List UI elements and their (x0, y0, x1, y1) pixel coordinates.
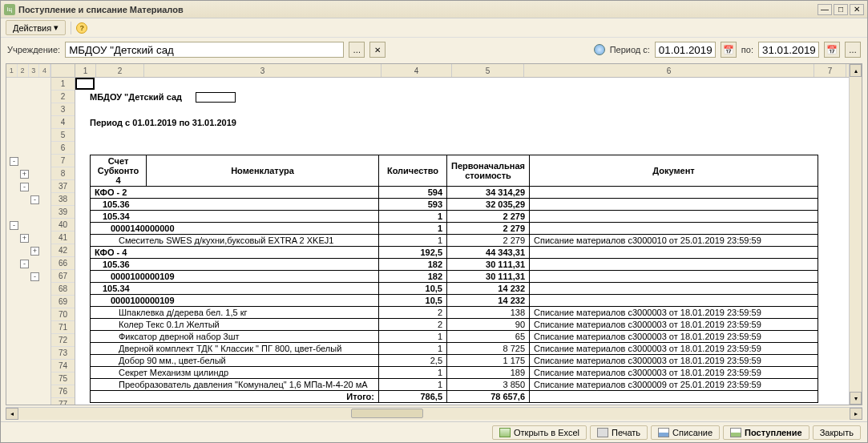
column-header[interactable]: 1 (75, 64, 96, 77)
calendar-from-button[interactable]: 📅 (721, 42, 737, 58)
column-header[interactable]: 5 (452, 64, 524, 77)
hscroll-track[interactable] (18, 408, 850, 420)
row-header[interactable]: 1 (51, 78, 75, 91)
row-header[interactable]: 4 (51, 116, 75, 129)
help-icon[interactable]: ? (76, 22, 87, 34)
table-row[interactable]: Фиксатор дверной набор 3шт165Списание ма… (91, 331, 818, 343)
collapse-icon[interactable]: - (30, 195, 39, 204)
quantity-cell: 594 (379, 187, 447, 199)
expand-icon[interactable]: + (20, 170, 29, 179)
table-row[interactable]: 105.3410,514 232 (91, 283, 818, 295)
table-row[interactable]: 000010000010918230 111,31 (91, 271, 818, 283)
row-header[interactable]: 42 (51, 244, 75, 257)
row-header[interactable]: 76 (51, 385, 75, 398)
scroll-right-button[interactable]: ▸ (850, 408, 862, 420)
collapse-icon[interactable]: - (10, 221, 18, 230)
table-row[interactable]: КФО - 4192,544 343,31 (91, 247, 818, 259)
row-header[interactable]: 69 (51, 296, 75, 308)
outline-node: + (6, 167, 51, 180)
expand-icon[interactable]: + (30, 247, 39, 256)
document-cell: Списание материалов с3000003 от 18.01.20… (530, 367, 818, 379)
row-header[interactable]: 5 (51, 129, 75, 142)
column-header[interactable]: 6 (524, 64, 814, 77)
column-header[interactable]: 4 (382, 64, 452, 77)
row-header[interactable]: 37 (51, 180, 75, 193)
row-header[interactable]: 67 (51, 270, 75, 283)
scroll-track[interactable] (850, 77, 862, 392)
outline-level-1[interactable]: 1 (6, 64, 18, 77)
row-header[interactable]: 39 (51, 206, 75, 219)
org-select-button[interactable]: … (349, 42, 365, 58)
calendar-to-button[interactable]: 📅 (824, 42, 840, 58)
actions-menu[interactable]: Действия ▾ (6, 20, 66, 35)
collapse-icon[interactable]: - (20, 183, 29, 191)
period-from-input[interactable] (655, 42, 716, 58)
row-header[interactable]: 8 (51, 167, 75, 180)
table-row[interactable]: Преобразователь давления "Комуналец" 1,6… (91, 379, 818, 391)
table-row[interactable]: 105.3659332 035,29 (91, 199, 818, 211)
row-header[interactable]: 70 (51, 308, 75, 321)
row-header[interactable]: 2 (51, 91, 75, 103)
row-header[interactable]: 3 (51, 103, 75, 116)
open-excel-button[interactable]: Открыть в Excel (492, 425, 587, 440)
outline-level-2[interactable]: 2 (18, 64, 29, 77)
table-row[interactable]: Секрет Механизм цилиндр1189Списание мате… (91, 367, 818, 379)
row-header[interactable]: 41 (51, 232, 75, 244)
row-header[interactable]: 71 (51, 321, 75, 334)
row-header[interactable]: 6 (51, 142, 75, 155)
table-row[interactable]: Шпаклевка д/дерева бел. 1,5 кг2138Списан… (91, 307, 818, 319)
active-cell-cursor[interactable] (75, 78, 95, 90)
row-header[interactable]: 75 (51, 373, 75, 385)
document-icon (658, 428, 669, 437)
table-row[interactable]: 000010000010910,514 232 (91, 295, 818, 307)
row-header[interactable]: 40 (51, 219, 75, 232)
quantity-cell: 10,5 (379, 295, 447, 307)
receipt-button[interactable]: Поступление (723, 425, 809, 440)
table-row[interactable]: Добор 90 мм., цвет-белый2,51 175Списание… (91, 355, 818, 367)
write-off-button[interactable]: Списание (651, 425, 720, 440)
org-input[interactable] (65, 42, 344, 58)
minimize-button[interactable]: — (818, 4, 832, 15)
row-header[interactable]: 38 (51, 193, 75, 206)
horizontal-scrollbar[interactable]: ◂ ▸ (6, 407, 862, 420)
outline-level-3[interactable]: 3 (29, 64, 40, 77)
period-picker-button[interactable]: … (845, 42, 861, 58)
outline-level-4[interactable]: 4 (39, 64, 50, 77)
scroll-down-button[interactable]: ▾ (850, 392, 862, 405)
collapse-icon[interactable]: - (10, 157, 18, 166)
column-header[interactable]: 2 (96, 64, 144, 77)
app-window: iц Поступление и списание Материалов — □… (0, 0, 868, 443)
collapse-icon[interactable]: - (20, 260, 29, 268)
document-cell: Списание материалов с3000003 от 18.01.20… (530, 331, 818, 343)
row-header[interactable]: 66 (51, 257, 75, 270)
report-org-title: МБДОУ "Детский сад (90, 92, 182, 102)
period-to-input[interactable] (758, 42, 819, 58)
row-header[interactable]: 77 (51, 398, 75, 405)
column-header[interactable]: 7 (814, 64, 846, 77)
table-row[interactable]: Дверной комплект ТДК " Классик " ПГ 800,… (91, 343, 818, 355)
table-row[interactable]: КФО - 259434 314,29 (91, 187, 818, 199)
collapse-icon[interactable]: - (30, 272, 39, 281)
row-header[interactable]: 68 (51, 283, 75, 296)
close-window-button[interactable]: ✕ (850, 4, 864, 15)
maximize-button[interactable]: □ (834, 4, 848, 15)
table-row[interactable]: 105.3618230 111,31 (91, 259, 818, 271)
row-header[interactable]: 72 (51, 334, 75, 347)
table-row[interactable]: Колер Текс 0.1л Желтый290Списание матери… (91, 319, 818, 331)
org-clear-button[interactable]: ✕ (369, 42, 386, 58)
table-row[interactable]: Смеситель SWES д/кухни,буксовый EXTRA 2 … (91, 235, 818, 247)
row-header[interactable]: 7 (51, 155, 75, 167)
row-header[interactable]: 74 (51, 360, 75, 373)
table-row[interactable]: 105.3412 279 (91, 211, 818, 223)
column-header[interactable]: 3 (144, 64, 382, 77)
table-header: Документ (530, 155, 818, 187)
vertical-scrollbar[interactable]: ▴ ▾ (849, 64, 862, 405)
scroll-up-button[interactable]: ▴ (850, 64, 862, 77)
row-header[interactable]: 73 (51, 347, 75, 360)
scroll-left-button[interactable]: ◂ (6, 408, 18, 420)
hscroll-thumb[interactable] (351, 409, 423, 418)
print-button[interactable]: Печать (590, 425, 648, 440)
table-row[interactable]: 000014000000012 279 (91, 223, 818, 235)
close-button[interactable]: Закрыть (813, 425, 861, 440)
expand-icon[interactable]: + (20, 234, 29, 243)
